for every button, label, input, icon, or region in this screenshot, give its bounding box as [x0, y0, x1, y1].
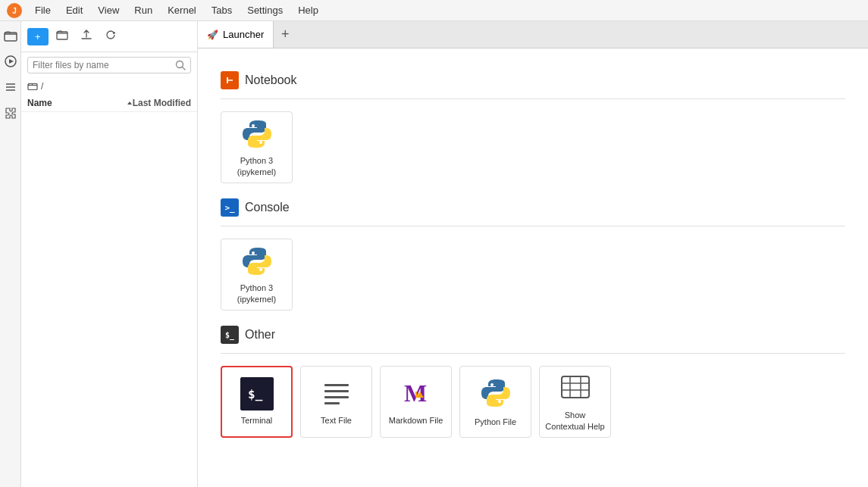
- contextual-help-label: ShowContextual Help: [545, 410, 604, 432]
- python3-console-label: Python 3(ipykernel): [237, 283, 276, 304]
- menu-edit[interactable]: Edit: [60, 3, 89, 17]
- svg-text:J: J: [12, 7, 17, 15]
- sidebar-path: /: [21, 78, 197, 95]
- other-section-icon: $_: [221, 326, 239, 344]
- python-file-card[interactable]: Python File: [459, 366, 531, 438]
- console-divider: [221, 226, 845, 226]
- menu-run[interactable]: Run: [128, 3, 158, 17]
- python-file-label: Python File: [475, 417, 516, 427]
- sidebar-modified-header: Last Modified: [133, 98, 191, 108]
- svg-point-22: [498, 400, 501, 403]
- other-divider: [221, 353, 845, 354]
- sort-indicator: [127, 98, 133, 108]
- other-cards: $_ Terminal Text File: [221, 366, 845, 438]
- console-cards: Python 3(ipykernel): [221, 239, 845, 311]
- menu-bar: J File Edit View Run Kernel Tabs Setting…: [0, 0, 868, 21]
- sidebar: +: [21, 21, 198, 487]
- run-icon[interactable]: [2, 53, 19, 70]
- svg-point-15: [259, 141, 262, 144]
- svg-text:$_: $_: [248, 387, 263, 401]
- console-section-icon: >_: [221, 198, 239, 217]
- notebook-section-header: Notebook: [221, 71, 845, 89]
- markdown-icon: M: [400, 377, 433, 411]
- notebook-divider: [221, 98, 845, 99]
- svg-point-14: [252, 124, 255, 127]
- tab-bar: 🚀 Launcher +: [198, 21, 868, 48]
- python3-notebook-label: Python 3(ipykernel): [237, 155, 276, 177]
- current-path: /: [41, 81, 43, 92]
- sidebar-column-headers: Name Last Modified: [21, 95, 197, 112]
- launcher-tab-icon: 🚀: [207, 30, 218, 40]
- new-button[interactable]: +: [27, 28, 49, 45]
- menu-settings[interactable]: Settings: [241, 3, 289, 17]
- sidebar-search[interactable]: [27, 57, 191, 73]
- folder-small-icon: [27, 81, 38, 92]
- other-section-header: $_ Other: [221, 326, 845, 344]
- markdown-file-card[interactable]: M Markdown File: [380, 366, 452, 438]
- open-folder-button[interactable]: [52, 26, 73, 47]
- notebook-section-icon: [221, 71, 239, 89]
- text-file-card[interactable]: Text File: [300, 366, 372, 438]
- other-section-title: Other: [245, 328, 275, 342]
- menu-kernel[interactable]: Kernel: [161, 3, 202, 17]
- launcher-content: Notebook Python 3(ipykernel): [198, 48, 868, 487]
- refresh-button[interactable]: [100, 26, 121, 47]
- puzzle-icon[interactable]: [2, 105, 19, 121]
- notebook-section-title: Notebook: [245, 73, 297, 87]
- upload-button[interactable]: [76, 26, 97, 47]
- menu-tabs[interactable]: Tabs: [205, 3, 238, 17]
- add-tab-button[interactable]: +: [274, 21, 296, 48]
- icon-bar: [0, 21, 21, 487]
- sidebar-toolbar: +: [21, 21, 197, 52]
- python3-notebook-card[interactable]: Python 3(ipykernel): [221, 111, 293, 183]
- textfile-icon: [320, 377, 353, 411]
- svg-rect-23: [562, 376, 589, 398]
- launcher-tab-label: Launcher: [223, 29, 264, 40]
- menu-view[interactable]: View: [92, 3, 125, 17]
- list-icon[interactable]: [2, 79, 19, 95]
- terminal-card[interactable]: $_ Terminal: [221, 366, 293, 438]
- show-contextual-help-card[interactable]: ShowContextual Help: [539, 366, 611, 438]
- sidebar-name-header: Name: [27, 98, 127, 108]
- search-icon: [175, 60, 186, 70]
- svg-point-17: [259, 268, 262, 271]
- app-logo: J: [6, 2, 23, 19]
- help-icon: [559, 372, 592, 405]
- console-section-header: >_ Console: [221, 198, 845, 217]
- search-input[interactable]: [33, 60, 175, 70]
- svg-marker-12: [127, 101, 132, 105]
- launcher-tab[interactable]: 🚀 Launcher: [198, 21, 274, 48]
- terminal-icon: $_: [240, 377, 274, 411]
- menu-help[interactable]: Help: [292, 3, 324, 17]
- terminal-label: Terminal: [241, 415, 273, 426]
- markdown-file-label: Markdown File: [389, 415, 443, 426]
- python-console-logo-icon: [240, 245, 274, 278]
- python-logo-icon: [240, 117, 274, 151]
- svg-line-10: [183, 67, 186, 70]
- plus-icon: +: [35, 31, 41, 42]
- console-section-title: Console: [245, 201, 290, 214]
- svg-point-16: [252, 251, 255, 254]
- text-file-label: Text File: [321, 415, 352, 426]
- svg-marker-4: [9, 59, 14, 64]
- python-file-icon: [479, 376, 512, 412]
- folder-icon[interactable]: [2, 27, 19, 44]
- svg-point-21: [490, 383, 494, 386]
- menu-file[interactable]: File: [29, 3, 57, 17]
- notebook-cards: Python 3(ipykernel): [221, 111, 845, 183]
- python3-console-card[interactable]: Python 3(ipykernel): [221, 239, 293, 311]
